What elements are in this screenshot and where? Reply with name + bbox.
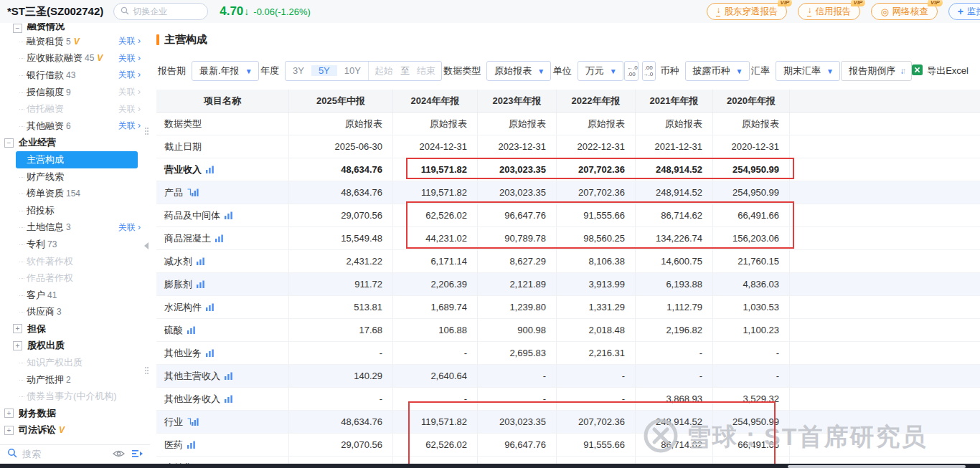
decimal-decrease-button[interactable]: ←.0 .00 xyxy=(624,61,639,81)
range-end-input[interactable]: 结束 xyxy=(411,65,441,77)
cell: 911.72 xyxy=(289,273,393,295)
expand-icon[interactable]: + xyxy=(4,409,14,418)
item-count: 45 xyxy=(85,53,94,63)
decimal-increase-button[interactable]: .00 →.0 xyxy=(642,61,656,81)
sidebar-item-7[interactable]: −企业经营 xyxy=(0,135,151,152)
sidebar-item-11[interactable]: 招投标 xyxy=(0,202,151,219)
sidebar-item-8[interactable]: 主营构成 xyxy=(16,151,138,168)
data-type-label: 数据类型 xyxy=(443,65,481,77)
report-period-dropdown[interactable]: 最新.年报 ▼ xyxy=(192,61,259,81)
sidebar-item-16[interactable]: 客户41 xyxy=(0,287,151,304)
sidebar-item-18[interactable]: +担保 xyxy=(0,320,151,338)
bar-chart-icon[interactable] xyxy=(225,211,232,219)
related-link[interactable]: 关联 › xyxy=(118,221,151,234)
row-label: 行业 xyxy=(164,416,183,429)
sidebar-item-15[interactable]: 作品著作权 xyxy=(0,269,151,287)
bar-chart-icon[interactable] xyxy=(215,234,223,242)
related-link[interactable]: 关联 › xyxy=(118,35,151,47)
sidebar-item-label: 其他融资 xyxy=(27,120,64,133)
rate-dropdown[interactable]: 期末汇率 ▼ xyxy=(776,61,840,81)
sidebar-item-2[interactable]: 应收账款融资45V关联 › xyxy=(0,50,151,67)
cell: 2023-12-31 xyxy=(478,135,557,158)
sidebar-item-24[interactable]: +司法诉讼V xyxy=(0,422,151,439)
expand-icon[interactable]: + xyxy=(4,426,14,435)
sidebar-item-1[interactable]: 融资租赁5V关联 › xyxy=(0,33,151,50)
related-link[interactable]: 关联 › xyxy=(118,86,151,98)
year-option-5Y[interactable]: 5Y xyxy=(311,65,337,76)
topbar-button-3[interactable]: +监控 xyxy=(948,3,980,20)
range-start-input[interactable]: 起始 xyxy=(369,65,399,77)
expand-icon[interactable]: − xyxy=(4,138,14,148)
eye-icon[interactable] xyxy=(113,448,125,461)
bar-chart-icon[interactable] xyxy=(225,395,232,403)
sidebar-item-19[interactable]: +股权出质 xyxy=(0,338,151,355)
cell: 2,121.89 xyxy=(478,273,557,295)
sidebar-item-label: 银行借款 xyxy=(27,69,64,82)
sidebar-item-3[interactable]: 银行借款43关联 › xyxy=(0,67,151,84)
sidebar-item-20[interactable]: 知识产权出质 xyxy=(0,354,151,371)
expand-icon[interactable]: + xyxy=(13,341,22,350)
bar-chart-icon[interactable] xyxy=(225,372,232,380)
data-type-dropdown[interactable]: 原始报表 ▼ xyxy=(486,61,551,81)
bar-chart-icon[interactable] xyxy=(197,257,204,265)
sidebar-item-5[interactable]: 信托融资关联 › xyxy=(0,100,151,118)
row-label: 膨胀剂 xyxy=(164,278,192,291)
year-option-3Y[interactable]: 3Y xyxy=(286,65,311,76)
related-link[interactable]: 关联 › xyxy=(118,120,151,132)
sidebar-item-14[interactable]: 软件著作权 xyxy=(0,253,151,270)
sidebar-item-6[interactable]: 其他融资6关联 › xyxy=(0,118,151,135)
related-link[interactable]: 关联 › xyxy=(118,52,151,65)
sidebar-item-9[interactable]: 财产线索 xyxy=(0,168,151,186)
locate-list-icon[interactable] xyxy=(132,448,143,461)
sidebar-item-0[interactable]: −融资情况 xyxy=(0,23,151,33)
main-business-table: 项目名称2025年中报2024年年报2023年年报2022年年报2021年年报2… xyxy=(156,90,980,468)
section-title: 主营构成 xyxy=(156,33,207,47)
company-switch-search[interactable]: 切换企业 xyxy=(113,3,208,20)
topbar-button-0[interactable]: ↓股东穿透报告VIP xyxy=(707,3,787,20)
group-bar-chart-icon[interactable] xyxy=(187,188,199,196)
topbar: *ST三圣(SZ002742) 切换企业 4.70 ↓ -0.06(-1.26%… xyxy=(0,0,980,24)
sidebar-item-label: 融资租赁 xyxy=(27,35,64,48)
sidebar-item-4[interactable]: 授信额度9关联 › xyxy=(0,84,151,101)
cell: 6,171.14 xyxy=(393,250,478,272)
row-label-cell: 水泥构件 xyxy=(156,296,289,318)
currency-dropdown[interactable]: 披露币种 ▼ xyxy=(685,61,750,81)
related-link[interactable]: 关联 › xyxy=(118,69,151,81)
panel-resize-grip[interactable] xyxy=(145,128,146,129)
bar-chart-icon[interactable] xyxy=(197,280,204,288)
group-bar-chart-icon[interactable] xyxy=(187,418,199,426)
expand-icon[interactable]: − xyxy=(13,24,22,33)
collapse-sidebar-arrow[interactable] xyxy=(144,242,149,249)
bar-chart-icon[interactable] xyxy=(187,326,195,334)
report-order-sort-button[interactable]: 报告期倒序 ↓↑ xyxy=(841,61,912,81)
sidebar-item-13[interactable]: 专利73 xyxy=(0,236,151,253)
sidebar-item-label: 债券当事方(中介机构) xyxy=(27,390,117,403)
year-option-10Y[interactable]: 10Y xyxy=(337,65,368,76)
rate-value: 期末汇率 xyxy=(783,65,821,77)
bar-chart-icon[interactable] xyxy=(206,166,214,173)
panel-resize-grip[interactable] xyxy=(145,367,146,368)
cell: - xyxy=(289,388,393,410)
expand-icon[interactable]: + xyxy=(13,324,22,333)
bar-chart-icon[interactable] xyxy=(206,303,214,311)
related-link[interactable]: 关联 › xyxy=(118,103,151,115)
export-excel-button[interactable]: 导出Excel xyxy=(912,65,969,77)
cell: 原始报表 xyxy=(478,113,557,135)
vip-v-icon: V xyxy=(97,53,103,63)
sidebar-search[interactable]: 搜索 xyxy=(0,444,150,464)
unit-dropdown[interactable]: 万元 ▼ xyxy=(578,61,623,81)
sidebar-item-23[interactable]: +财务数据 xyxy=(0,405,151,422)
unit-value: 万元 xyxy=(585,65,604,77)
bar-chart-icon[interactable] xyxy=(206,349,214,357)
topbar-button-1[interactable]: ↓信用报告VIP xyxy=(798,3,860,20)
cell: 2,206.39 xyxy=(393,273,478,295)
cell: 248,914.52 xyxy=(636,411,713,433)
topbar-button-2[interactable]: ◎网络核查VIP xyxy=(871,3,937,20)
sidebar-item-10[interactable]: 榜单资质154 xyxy=(0,185,151,202)
bar-chart-icon[interactable] xyxy=(187,441,195,449)
sidebar-item-21[interactable]: 动产抵押2 xyxy=(0,371,151,388)
sidebar-item-12[interactable]: 土地信息3关联 › xyxy=(0,219,151,237)
sidebar-item-label: 软件著作权 xyxy=(27,255,73,268)
sidebar-item-17[interactable]: 供应商3 xyxy=(0,304,151,321)
sidebar-item-22[interactable]: 债券当事方(中介机构) xyxy=(0,388,151,405)
